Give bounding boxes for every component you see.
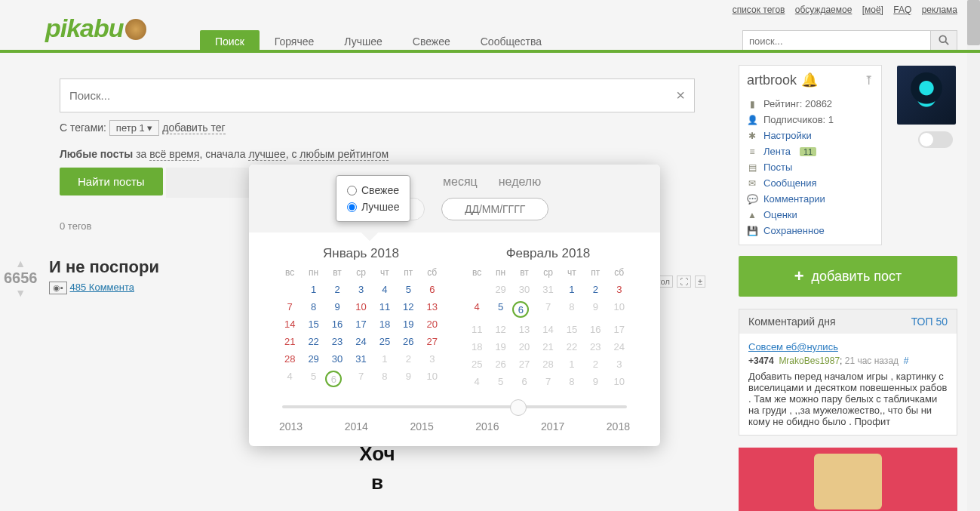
- find-posts-button[interactable]: Найти посты: [60, 168, 163, 195]
- calendar-day[interactable]: 8: [373, 371, 396, 387]
- calendar-day[interactable]: 19: [489, 341, 512, 352]
- calendar-day[interactable]: 2: [584, 284, 607, 295]
- filter-rating[interactable]: любым рейтингом: [300, 148, 389, 161]
- cd-hash[interactable]: #: [904, 356, 909, 366]
- calendar-day[interactable]: 31: [536, 284, 560, 295]
- calendar-day[interactable]: 4: [373, 284, 396, 295]
- calendar-day[interactable]: 28: [536, 359, 560, 370]
- filter-time[interactable]: всё время: [149, 148, 199, 161]
- calendar-day[interactable]: 24: [349, 336, 373, 347]
- flag-icon[interactable]: ±: [695, 276, 705, 288]
- calendar-day[interactable]: 9: [397, 371, 420, 387]
- comments-link[interactable]: 485 Коммента: [70, 282, 134, 293]
- calendar-day[interactable]: 6: [325, 371, 342, 387]
- sidebar-item[interactable]: 💾Сохраненное: [747, 223, 874, 239]
- calendar-day[interactable]: 21: [278, 336, 302, 347]
- calendar-day[interactable]: 23: [325, 336, 349, 347]
- calendar-day[interactable]: 12: [397, 301, 420, 312]
- theme-toggle[interactable]: [918, 131, 953, 148]
- slider-knob[interactable]: [510, 399, 527, 416]
- calendar-day[interactable]: 10: [420, 371, 444, 387]
- calendar-day[interactable]: 2: [325, 284, 349, 295]
- calendar-day[interactable]: 3: [420, 353, 444, 365]
- calendar-day[interactable]: 22: [302, 336, 325, 347]
- calendar-day[interactable]: 25: [373, 336, 396, 347]
- calendar-day[interactable]: 26: [397, 336, 420, 347]
- clear-icon[interactable]: ×: [676, 87, 685, 104]
- sidebar-item[interactable]: ▮Рейтинг: 20862: [747, 96, 874, 112]
- year-slider[interactable]: [282, 399, 627, 414]
- add-tag[interactable]: добавить тег: [162, 122, 225, 134]
- pin-icon[interactable]: ⤒: [864, 73, 874, 88]
- add-post-button[interactable]: + добавить пост: [739, 256, 957, 297]
- calendar-day[interactable]: 7: [536, 376, 560, 387]
- calendar-day[interactable]: 15: [302, 319, 325, 330]
- calendar-day[interactable]: 2: [397, 353, 420, 365]
- calendar-day[interactable]: 29: [302, 353, 325, 365]
- calendar-day[interactable]: 30: [512, 284, 536, 295]
- sidebar-item[interactable]: ≡Лента11: [747, 143, 874, 159]
- link-faq[interactable]: FAQ: [893, 5, 911, 15]
- calendar-day[interactable]: 15: [560, 324, 583, 335]
- calendar-day[interactable]: 7: [278, 301, 302, 312]
- calendar-day[interactable]: 5: [489, 301, 512, 318]
- calendar-day[interactable]: [465, 284, 489, 295]
- calendar-day[interactable]: 23: [584, 341, 607, 352]
- calendar-day[interactable]: 3: [607, 359, 631, 370]
- cd-top-link[interactable]: ТОП 50: [911, 316, 948, 328]
- calendar-day[interactable]: 10: [349, 301, 373, 312]
- header-search-input[interactable]: [742, 30, 931, 52]
- calendar-day[interactable]: 7: [536, 301, 560, 318]
- calendar-day[interactable]: 14: [536, 324, 560, 335]
- calendar-day[interactable]: 17: [349, 319, 373, 330]
- calendar-day[interactable]: 14: [278, 319, 302, 330]
- calendar-day[interactable]: 17: [607, 324, 631, 335]
- date-to-input[interactable]: ДД/ММ/ГГГГ: [441, 198, 548, 220]
- sidebar-item[interactable]: ▲Оценки: [747, 207, 874, 223]
- sort-best[interactable]: Лучшее: [347, 199, 399, 215]
- calendar-day[interactable]: 5: [302, 371, 325, 387]
- calendar-day[interactable]: 8: [560, 301, 583, 318]
- username[interactable]: artbrook: [747, 72, 797, 88]
- calendar-day[interactable]: 20: [512, 341, 536, 352]
- sidebar-item[interactable]: ✱Настройки: [747, 128, 874, 143]
- calendar-day[interactable]: 19: [397, 319, 420, 330]
- downvote-icon[interactable]: ▼: [4, 287, 38, 299]
- sidebar-item[interactable]: 💬Комментарии: [747, 191, 874, 207]
- bell-icon[interactable]: 🔔: [801, 72, 818, 88]
- calendar-day[interactable]: 3: [349, 284, 373, 295]
- calendar-day[interactable]: 4: [465, 376, 489, 387]
- cd-post-link[interactable]: Совсем еб@нулись: [748, 341, 838, 352]
- upvote-icon[interactable]: ▲: [4, 257, 38, 269]
- main-search-input[interactable]: [69, 89, 676, 102]
- calendar-day[interactable]: 27: [420, 336, 444, 347]
- calendar-day[interactable]: 27: [512, 359, 536, 370]
- link-tags[interactable]: список тегов: [733, 5, 785, 15]
- period-month[interactable]: месяц: [443, 175, 478, 189]
- calendar-day[interactable]: 16: [584, 324, 607, 335]
- link-ads[interactable]: реклама: [922, 5, 957, 15]
- calendar-day[interactable]: 25: [465, 359, 489, 370]
- calendar-day[interactable]: 6: [512, 376, 536, 387]
- calendar-day[interactable]: 6: [420, 284, 444, 295]
- calendar-day[interactable]: 10: [607, 301, 631, 318]
- link-discussed[interactable]: обсуждаемое: [795, 5, 853, 15]
- calendar-day[interactable]: 5: [397, 284, 420, 295]
- scrollbar[interactable]: [967, 0, 980, 511]
- sidebar-item[interactable]: ▤Посты: [747, 159, 874, 175]
- calendar-day[interactable]: 29: [489, 284, 512, 295]
- calendar-day[interactable]: 6: [512, 301, 529, 318]
- calendar-day[interactable]: 7: [349, 371, 373, 387]
- calendar-day[interactable]: 31: [349, 353, 373, 365]
- calendar-day[interactable]: 8: [302, 301, 325, 312]
- calendar-day[interactable]: 20: [420, 319, 444, 330]
- calendar-day[interactable]: 1: [302, 284, 325, 295]
- sort-fresh[interactable]: Свежее: [347, 182, 399, 199]
- filter-sort[interactable]: лучшее: [248, 148, 285, 161]
- calendar-day[interactable]: 16: [325, 319, 349, 330]
- calendar-day[interactable]: 10: [607, 376, 631, 387]
- calendar-day[interactable]: 24: [607, 341, 631, 352]
- period-week[interactable]: неделю: [499, 175, 541, 189]
- calendar-day[interactable]: 1: [560, 284, 583, 295]
- logo[interactable]: pikabu: [45, 14, 146, 43]
